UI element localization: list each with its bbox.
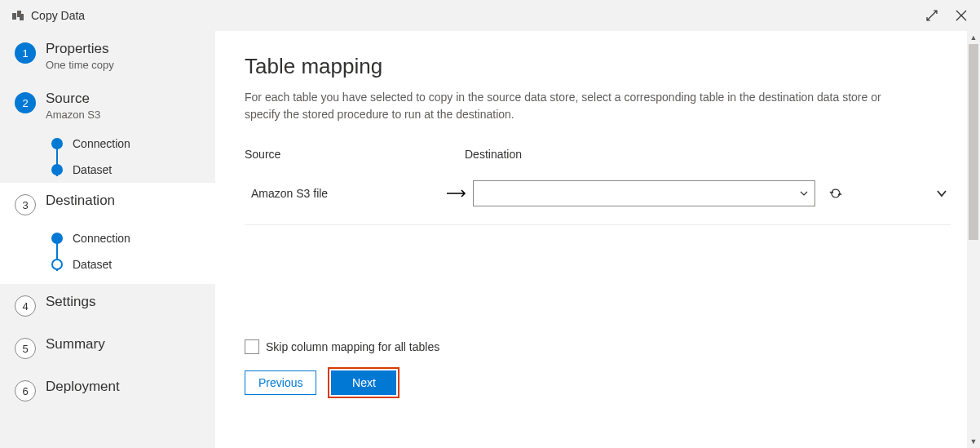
- step-destination[interactable]: 3 Destination: [0, 183, 215, 225]
- substep-label: Connection: [73, 232, 130, 245]
- substep-label: Dataset: [73, 258, 112, 271]
- substep-dot-icon: [51, 164, 63, 175]
- step-number: 1: [15, 42, 36, 64]
- step-deployment[interactable]: 6 Deployment: [0, 369, 215, 411]
- scrollbar-down-icon[interactable]: ▼: [967, 435, 980, 448]
- scrollbar[interactable]: ▲ ▼: [967, 31, 980, 448]
- substep-dot-icon: [51, 138, 63, 149]
- copy-data-icon: [11, 9, 24, 22]
- step-properties[interactable]: 1 Properties One time copy: [0, 31, 215, 81]
- step-number: 6: [15, 380, 36, 401]
- substep-source-dataset[interactable]: Dataset: [41, 157, 215, 183]
- substep-label: Connection: [73, 137, 130, 150]
- step-title: Deployment: [46, 379, 120, 395]
- svg-rect-0: [12, 13, 16, 20]
- expand-icon[interactable]: [925, 8, 939, 23]
- step-title: Properties: [46, 41, 114, 57]
- source-cell: Amazon S3 file: [245, 187, 440, 200]
- page-heading: Table mapping: [245, 54, 951, 79]
- step-number: 3: [15, 194, 36, 215]
- scrollbar-thumb[interactable]: [969, 44, 978, 240]
- window-title: Copy Data: [31, 9, 85, 22]
- substep-label: Dataset: [73, 163, 112, 176]
- substep-dot-icon: [51, 233, 63, 244]
- titlebar: Copy Data: [0, 0, 980, 31]
- table-row: Amazon S3 file: [245, 171, 951, 225]
- step-title: Source: [46, 91, 100, 107]
- arrow-icon: [440, 185, 473, 202]
- substep-source-connection[interactable]: Connection: [41, 131, 215, 157]
- step-title: Destination: [46, 193, 115, 209]
- wizard-sidebar: 1 Properties One time copy 2 Source Amaz…: [0, 31, 215, 448]
- step-source[interactable]: 2 Source Amazon S3: [0, 81, 215, 131]
- step-summary[interactable]: 5 Summary: [0, 326, 215, 369]
- step-number: 5: [15, 338, 36, 359]
- main-panel: Table mapping For each table you have se…: [215, 31, 980, 448]
- skip-mapping-checkbox[interactable]: [245, 339, 259, 354]
- step-subtitle: Amazon S3: [46, 109, 100, 121]
- step-subtitle: One time copy: [46, 59, 114, 71]
- substep-destination-connection[interactable]: Connection: [41, 225, 215, 251]
- previous-button[interactable]: Previous: [245, 370, 316, 395]
- step-settings[interactable]: 4 Settings: [0, 284, 215, 326]
- scrollbar-up-icon[interactable]: ▲: [967, 31, 980, 44]
- column-header-source: Source: [245, 148, 465, 161]
- source-substeps: Connection Dataset: [0, 131, 215, 183]
- column-header-destination: Destination: [465, 148, 951, 161]
- step-number: 4: [15, 295, 36, 317]
- refresh-icon[interactable]: [825, 183, 846, 204]
- step-title: Settings: [46, 294, 95, 310]
- destination-select[interactable]: [473, 180, 815, 206]
- chevron-down-icon: [800, 191, 808, 196]
- close-icon[interactable]: [954, 8, 969, 23]
- mapping-table: Source Destination Amazon S3 file: [245, 148, 951, 225]
- step-number: 2: [15, 92, 36, 113]
- next-button[interactable]: Next: [331, 370, 396, 395]
- page-description: For each table you have selected to copy…: [245, 89, 913, 123]
- substep-destination-dataset[interactable]: Dataset: [41, 251, 215, 277]
- expand-row-icon[interactable]: [933, 186, 951, 201]
- svg-rect-2: [20, 14, 24, 20]
- skip-mapping-label: Skip column mapping for all tables: [266, 340, 439, 353]
- substep-dot-icon: [51, 259, 63, 270]
- step-title: Summary: [46, 336, 105, 353]
- destination-substeps: Connection Dataset: [0, 225, 215, 284]
